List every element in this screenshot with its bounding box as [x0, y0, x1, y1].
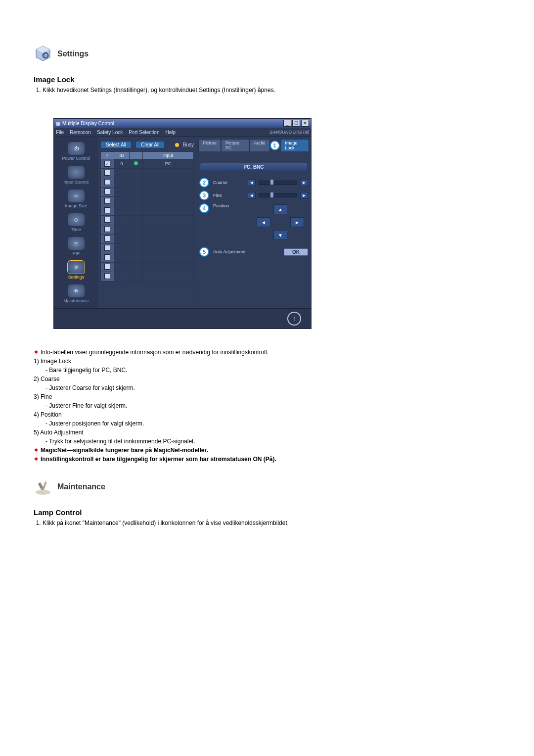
- table-row: [101, 216, 194, 225]
- svg-rect-6: [42, 481, 47, 490]
- empty-checkbox[interactable]: [104, 264, 110, 270]
- window-maximize-button[interactable]: ☐: [292, 120, 300, 127]
- position-up-button[interactable]: ▲: [273, 204, 287, 214]
- auto-adjust-label: Auto Adjustment: [213, 249, 258, 254]
- row0-status-led-icon: [134, 161, 138, 165]
- menu-port-selection[interactable]: Port Selection: [129, 130, 159, 135]
- nav-time-label: Time: [71, 227, 81, 232]
- menu-remocon[interactable]: Remocon: [70, 130, 91, 135]
- table-row: [101, 253, 194, 263]
- item3-sub: - Justerer Fine for valgt skjerm.: [45, 402, 500, 409]
- item3-title: Fine: [41, 393, 52, 400]
- row0-id: 0: [114, 159, 130, 169]
- empty-checkbox[interactable]: [104, 207, 110, 213]
- nav-power-control[interactable]: ⏻ Power Control: [57, 140, 95, 163]
- callout-4: 4: [199, 203, 209, 213]
- tab-row: Picture Picture PC Audio 1 Image Lock: [198, 139, 309, 151]
- select-all-button[interactable]: Select All: [100, 141, 132, 148]
- app-window-icon: ▦: [56, 121, 60, 126]
- clear-all-button[interactable]: Clear All: [135, 141, 165, 148]
- nav-input-source[interactable]: ⬚ Input Source: [57, 164, 95, 187]
- settings-nav-icon: ⚙: [68, 261, 85, 274]
- nav-image-size-label: Image Size: [65, 203, 87, 208]
- maintenance-steps: Klikk på ikonet "Maintenance" (vedlikeho…: [43, 520, 500, 526]
- nav-maintenance[interactable]: 🛠 Maintenance: [57, 283, 95, 305]
- coarse-inc-button[interactable]: ►: [300, 179, 308, 186]
- menu-safety-lock[interactable]: Safety Lock: [97, 130, 123, 135]
- empty-checkbox[interactable]: [104, 254, 110, 260]
- item4-sub: - Justerer posisjonen for valgt skjerm.: [45, 420, 500, 427]
- empty-checkbox[interactable]: [104, 245, 110, 251]
- empty-checkbox[interactable]: [104, 170, 110, 176]
- nav-pip[interactable]: ◰ PIP: [57, 235, 95, 258]
- item1-sub: - Bare tilgjengelig for PC, BNC.: [45, 367, 500, 374]
- pip-icon: ◰: [68, 237, 85, 250]
- item5-sub: - Trykk for selvjustering til det innkom…: [45, 438, 500, 445]
- info-line: Info-tabellen viser grunnleggende inform…: [41, 349, 268, 356]
- empty-checkbox[interactable]: [104, 189, 110, 194]
- coarse-slider[interactable]: [259, 181, 297, 185]
- maintenance-wrench-icon: [34, 477, 52, 496]
- position-left-button[interactable]: ◄: [257, 217, 270, 227]
- fine-label: Fine: [213, 193, 245, 198]
- settings-cube-icon: ⚙: [34, 45, 52, 63]
- menu-help[interactable]: Help: [165, 130, 176, 135]
- window-close-button[interactable]: ✕: [301, 120, 309, 127]
- table-row: [101, 197, 194, 206]
- table-row[interactable]: 0 PC: [101, 159, 194, 169]
- row0-input: PC: [143, 159, 194, 169]
- tab-picture-pc[interactable]: Picture PC: [221, 139, 250, 151]
- callout-3: 3: [199, 190, 209, 200]
- position-right-button[interactable]: ►: [290, 217, 304, 227]
- settings-step-1: Klikk hovedikonet Settings (Innstillinge…: [43, 87, 500, 94]
- position-label: Position: [213, 203, 245, 208]
- position-down-button[interactable]: ▼: [273, 230, 287, 240]
- table-header-row: ✓ ID Input: [101, 152, 194, 159]
- nav-settings-label: Settings: [68, 275, 85, 280]
- ok-button[interactable]: OK: [284, 248, 308, 256]
- nav-image-size[interactable]: ▭ Image Size: [57, 188, 95, 210]
- coarse-dec-button[interactable]: ◄: [248, 179, 256, 186]
- col-id[interactable]: ID: [114, 152, 130, 159]
- fine-slider[interactable]: [259, 193, 297, 197]
- col-input[interactable]: Input: [143, 152, 194, 159]
- alert-icon: !: [287, 312, 301, 326]
- table-row: [101, 235, 194, 244]
- tab-audio[interactable]: Audio: [250, 139, 270, 151]
- empty-checkbox[interactable]: [104, 198, 110, 204]
- table-row: [101, 169, 194, 178]
- col-power: [130, 152, 143, 159]
- coarse-label: Coarse: [213, 180, 245, 185]
- nav-maintenance-label: Maintenance: [63, 298, 89, 303]
- menu-file[interactable]: File: [56, 130, 64, 135]
- time-icon: ◷: [68, 213, 85, 226]
- auto-adjust-row: 5 Auto Adjustment OK: [199, 247, 308, 257]
- pc-bnc-strip: PC, BNC: [200, 163, 307, 171]
- tab-picture[interactable]: Picture: [198, 139, 221, 151]
- maintenance-title: Maintenance: [57, 482, 105, 491]
- maintenance-heading: Maintenance: [34, 477, 500, 496]
- tab-image-lock[interactable]: Image Lock: [281, 139, 309, 151]
- col-check[interactable]: ✓: [101, 152, 114, 159]
- empty-checkbox[interactable]: [104, 273, 110, 279]
- empty-checkbox[interactable]: [104, 226, 110, 232]
- empty-checkbox[interactable]: [104, 179, 110, 185]
- window-title: Multiple Display Control: [62, 121, 114, 126]
- fine-dec-button[interactable]: ◄: [248, 192, 256, 199]
- window-minimize-button[interactable]: _: [283, 120, 291, 127]
- table-row: [101, 263, 194, 272]
- fine-inc-button[interactable]: ►: [300, 192, 308, 199]
- empty-checkbox[interactable]: [104, 217, 110, 223]
- display-list-panel: Select All Clear All Busy ✓ ID Input 0 P…: [98, 137, 196, 308]
- warn1: MagicNet—signalkilde fungerer bare på Ma…: [41, 447, 208, 454]
- settings-title: Settings: [57, 49, 89, 58]
- busy-label: Busy: [183, 142, 194, 147]
- svg-point-4: [36, 490, 50, 495]
- empty-checkbox[interactable]: [104, 236, 110, 241]
- nav-settings[interactable]: ⚙ Settings: [57, 259, 95, 282]
- nav-time[interactable]: ◷ Time: [57, 211, 95, 234]
- callout-5: 5: [199, 247, 209, 257]
- callout-1: 1: [270, 141, 280, 150]
- input-icon: ⬚: [68, 166, 85, 179]
- row0-checkbox[interactable]: [104, 161, 110, 167]
